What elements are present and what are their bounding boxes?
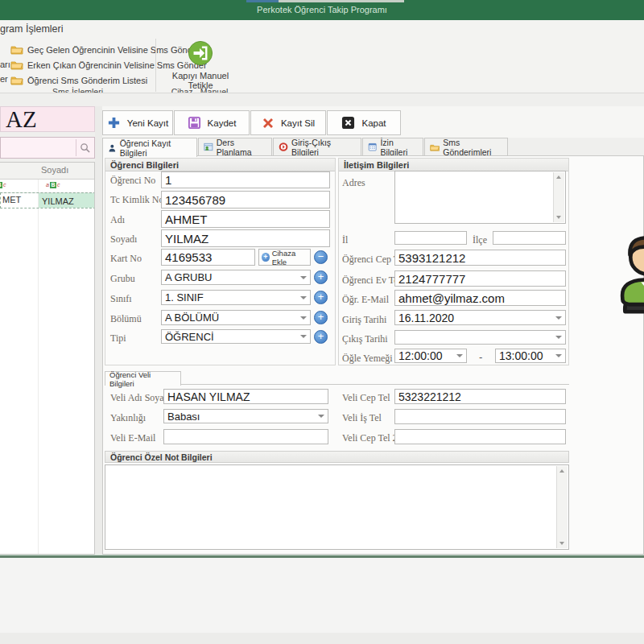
chevron-down-icon[interactable]: [555, 354, 562, 357]
veli-cep-field[interactable]: 5323221212: [394, 389, 566, 404]
grid-cell-adi[interactable]: MET: [2, 195, 21, 204]
ogrenci-no-label: Öğrenci No: [110, 175, 155, 187]
cihaza-ekle-button[interactable]: + Cihaza Ekle: [258, 249, 311, 266]
chevron-down-icon[interactable]: [300, 296, 307, 299]
chevron-down-icon[interactable]: [318, 415, 324, 418]
yakinligi-label: Yakınlığı: [110, 412, 146, 424]
yemek-bitis-spinner[interactable]: 13:00:00: [495, 349, 566, 363]
soyadi-field[interactable]: YILMAZ: [161, 229, 330, 247]
abc-c: c: [57, 182, 60, 188]
ogrenci-cep-field[interactable]: 5393121212: [394, 250, 566, 266]
bolumu-combo[interactable]: A BÖLÜMÜ: [161, 310, 311, 325]
bolumu-value: A BÖLÜMÜ: [165, 312, 219, 324]
student-search-value: [1, 142, 4, 153]
scroll-down-icon[interactable]: [559, 542, 564, 545]
kart-no-field[interactable]: 4169533: [161, 249, 255, 266]
sinifi-label: Sınıfı: [110, 293, 132, 305]
adres-scrollbar[interactable]: [553, 172, 564, 222]
tab-izin[interactable]: İzin Bilgileri: [362, 138, 423, 156]
ilce-field[interactable]: [493, 231, 566, 245]
sms-list-button[interactable]: Öğrenci Sms Gönderim Listesi: [10, 73, 147, 87]
veli-email-field[interactable]: [163, 429, 328, 444]
ogrenci-no-field[interactable]: 1: [161, 171, 330, 188]
ogrenci-cep-value: 5393121212: [398, 251, 465, 265]
note-textarea[interactable]: [105, 464, 569, 550]
tab-giris-cikis[interactable]: Giriş-Çıkış Bilgileri: [273, 138, 361, 156]
scroll-up-icon[interactable]: [556, 175, 561, 179]
tipi-add-button[interactable]: +: [314, 330, 328, 344]
tab-veli-bilgileri[interactable]: Öğrenci Veli Bilgileri: [105, 371, 181, 386]
veli-adsoyad-label: Veli Adı Soyadı: [110, 392, 171, 404]
grid-header-soyadi[interactable]: Soyadı: [41, 165, 68, 175]
abc-a: a: [46, 182, 49, 188]
door-trigger-button[interactable]: Kapıyı Manuel Tetikle: [159, 40, 242, 90]
veli-is-label: Veli İş Tel: [342, 412, 382, 424]
floppy-save-icon: [188, 116, 201, 130]
yemek-separator: -: [479, 351, 482, 363]
yemek-baslangic-spinner[interactable]: 12:00:00: [394, 349, 467, 363]
delete-record-button[interactable]: Kayıt Sil: [250, 110, 326, 135]
sinifi-add-button[interactable]: +: [314, 291, 328, 304]
new-record-button[interactable]: Yeni Kayıt: [102, 110, 173, 135]
chevron-down-icon[interactable]: [555, 336, 562, 339]
grid-cell-soyadi-text: YILMAZ: [39, 196, 74, 206]
tab-ders-planlama-label: Ders Planlama: [217, 138, 266, 157]
chevron-down-icon[interactable]: [300, 276, 307, 279]
cikis-tarihi-combo[interactable]: [394, 330, 566, 345]
giris-tarihi-combo[interactable]: 16.11.2020: [394, 310, 566, 325]
adi-field[interactable]: AHMET: [161, 210, 330, 228]
giris-tarihi-value: 16.11.2020: [398, 312, 454, 324]
veli-is-field[interactable]: [394, 409, 566, 424]
ribbon-separator: [155, 39, 156, 92]
grid-selected-row[interactable]: MET YILMAZ: [0, 192, 95, 208]
clipped-ribbon-text-1: arı: [0, 60, 10, 69]
tc-kimlik-field[interactable]: 123456789: [161, 191, 330, 208]
grid-cell-soyadi[interactable]: YILMAZ: [39, 193, 95, 208]
tab-sms[interactable]: Sms Gönderimleri: [424, 138, 508, 156]
adres-textarea[interactable]: [394, 171, 566, 224]
save-label: Kaydet: [208, 118, 237, 128]
bolumu-add-button[interactable]: +: [314, 311, 328, 324]
veli-adsoyad-field[interactable]: HASAN YILMAZ: [163, 389, 328, 404]
grid-filter-row[interactable]: aBc aBc: [0, 179, 94, 193]
close-icon: [341, 116, 355, 130]
tipi-combo[interactable]: ÖĞRENCİ: [161, 329, 311, 344]
door-arrow-icon: [188, 40, 213, 66]
yakinligi-combo[interactable]: Babası: [163, 409, 328, 423]
chevron-down-icon[interactable]: [456, 354, 463, 357]
veli-cep2-field[interactable]: [394, 429, 566, 444]
tab-ogrenci-kayit[interactable]: Öğrenci Kayıt Bilgileri: [102, 138, 197, 157]
chevron-down-icon[interactable]: [300, 316, 307, 320]
background-area: [0, 558, 644, 644]
abc-c: c: [3, 182, 6, 188]
close-button[interactable]: Kapat: [327, 110, 401, 135]
ogr-email-field[interactable]: ahmet@yilmaz.com: [394, 290, 566, 306]
panel-splitter[interactable]: [95, 106, 102, 555]
grid-header-row[interactable]: Soyadı: [0, 163, 94, 180]
chevron-down-icon[interactable]: [555, 316, 562, 320]
scroll-down-icon[interactable]: [556, 216, 561, 219]
sinifi-value: 1. SINIF: [165, 291, 204, 303]
ilce-label: İlçe: [473, 234, 487, 246]
il-field[interactable]: [394, 231, 467, 245]
note-scrollbar[interactable]: [556, 466, 568, 548]
sinifi-combo[interactable]: 1. SINIF: [161, 290, 311, 305]
sms-list-label: Öğrenci Sms Gönderim Listesi: [27, 76, 147, 85]
tab-ders-planlama[interactable]: Ders Planlama: [198, 138, 272, 156]
save-button[interactable]: Kaydet: [174, 110, 250, 135]
grubu-add-button[interactable]: +: [314, 270, 328, 284]
cihazdan-sil-button[interactable]: −: [314, 250, 328, 264]
top-edge-light-strip: [279, 0, 404, 2]
student-grid[interactable]: Soyadı aBc aBc MET YILMAZ: [0, 162, 95, 555]
chevron-down-icon[interactable]: [300, 335, 307, 338]
ribbon-tab-label[interactable]: gram İşlemleri: [0, 23, 64, 35]
tab-izin-label: İzin Bilgileri: [380, 138, 418, 157]
grid-column-divider: [38, 163, 39, 554]
ogrenci-ev-field[interactable]: 2124777777: [394, 270, 566, 287]
grubu-combo[interactable]: A GRUBU: [161, 270, 311, 285]
student-search-input[interactable]: [0, 137, 95, 159]
delete-record-label: Kayıt Sil: [281, 118, 315, 128]
abc-filter-icon: aBc: [0, 182, 6, 188]
search-icon-button[interactable]: [76, 139, 93, 156]
scroll-up-icon[interactable]: [559, 469, 564, 473]
